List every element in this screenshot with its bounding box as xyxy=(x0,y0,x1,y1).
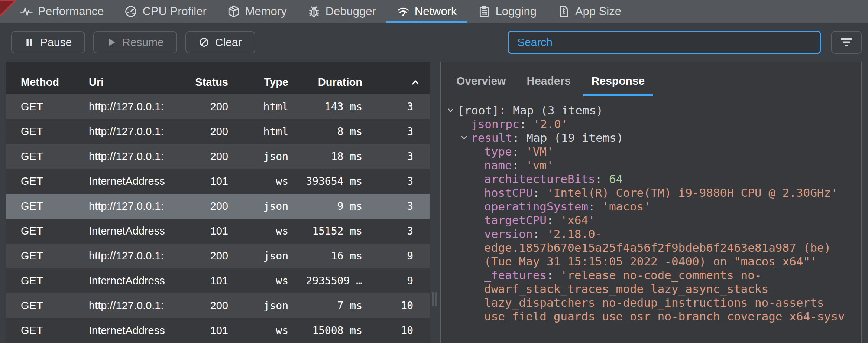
request-detail-panel: Overview Headers Response [root]: Map (3… xyxy=(440,62,862,343)
json-punc: : xyxy=(533,227,547,241)
expander-caret[interactable] xyxy=(460,131,471,141)
filter-button[interactable] xyxy=(831,31,862,54)
expander-caret[interactable] xyxy=(447,104,457,114)
json-punc: : xyxy=(499,104,513,117)
tab-memory[interactable]: Memory xyxy=(217,0,297,23)
cell-duration: 15008 ms xyxy=(288,324,362,337)
debug-banner-corner xyxy=(0,0,17,17)
cell-status: 200 xyxy=(177,300,228,312)
debugger-icon xyxy=(308,5,320,18)
cell-extra: 3 xyxy=(362,150,430,163)
table-row[interactable]: GEThttp://127.0.0.1:200html143 ms3 xyxy=(6,94,430,119)
response-line: architectureBits: 64 xyxy=(447,172,858,186)
response-json-tree: [root]: Map (3 items)jsonrpc: '2.0'resul… xyxy=(441,96,861,343)
json-key: result xyxy=(471,131,512,145)
caret-spacer xyxy=(474,145,484,148)
json-key: hostCPU xyxy=(484,186,533,200)
tab-logging[interactable]: Logging xyxy=(467,0,547,23)
expander-caret-icon[interactable] xyxy=(447,107,454,114)
table-row[interactable]: GEThttp://127.0.0.1:200json7 ms10 xyxy=(6,293,430,318)
table-row[interactable]: GETInternetAddress101ws15152 ms3 xyxy=(6,219,430,244)
cell-method: GET xyxy=(6,225,71,237)
tab-performance[interactable]: Performance xyxy=(10,0,114,23)
cell-duration: 8 ms xyxy=(288,125,362,138)
cell-status: 101 xyxy=(177,275,228,287)
table-row[interactable]: GEThttp://127.0.0.1:200json18 ms3 xyxy=(6,144,430,169)
panel-splitter[interactable] xyxy=(430,62,440,343)
cell-type: json xyxy=(228,300,288,312)
cell-extra: 9 xyxy=(362,250,430,262)
json-str: 'macos' xyxy=(602,200,651,213)
resume-button[interactable]: Resume xyxy=(93,31,177,53)
cell-extra: 9 xyxy=(362,275,430,287)
response-line: operatingSystem: 'macos' xyxy=(447,200,858,213)
cell-type: ws xyxy=(228,225,288,237)
memory-icon xyxy=(227,5,240,18)
response-line: lazy_dispatchers no-dedup_instructions n… xyxy=(447,296,858,310)
column-header-duration[interactable]: Duration xyxy=(288,76,362,88)
tab-cpu-profiler[interactable]: CPU Profiler xyxy=(114,0,217,23)
response-line: targetCPU: 'x64' xyxy=(447,213,858,227)
column-header-method[interactable]: Method xyxy=(6,76,71,88)
column-header-type[interactable]: Type xyxy=(228,76,288,88)
json-str: use_field_guards use_osr no-branch_cover… xyxy=(484,310,845,323)
cell-extra: 10 xyxy=(362,300,430,312)
json-punc: : xyxy=(547,213,560,227)
clear-button[interactable]: Clear xyxy=(185,31,255,53)
table-row[interactable]: GEThttp://127.0.0.1:200json9 ms3 xyxy=(6,194,430,219)
response-line: use_field_guards use_osr no-branch_cover… xyxy=(447,310,858,323)
network-icon xyxy=(397,5,409,18)
requests-table: Method Uri Status Type Duration GEThttp:… xyxy=(6,62,430,343)
cell-type: json xyxy=(228,150,288,163)
caret-spacer xyxy=(474,282,484,285)
json-str: edge.1857b670e15a25f4a56f2f9bdeb6f2463e8… xyxy=(484,241,831,255)
cell-method: GET xyxy=(6,200,71,212)
tab-headers[interactable]: Headers xyxy=(516,72,581,96)
cell-duration: 16 ms xyxy=(288,250,362,262)
column-header-sort[interactable] xyxy=(362,76,430,88)
cell-status: 200 xyxy=(177,200,228,212)
search-input[interactable] xyxy=(508,31,821,54)
detail-tabs: Overview Headers Response xyxy=(441,62,861,96)
json-str: dwarf_stack_traces_mode lazy_async_stack… xyxy=(484,282,768,296)
tab-network[interactable]: Network xyxy=(386,0,467,23)
json-key: targetCPU xyxy=(484,213,547,227)
cell-uri: InternetAddress xyxy=(71,175,177,187)
response-line: result: Map (19 items) xyxy=(447,131,858,145)
table-row[interactable]: GETInternetAddress101ws393654 ms3 xyxy=(6,169,430,194)
tab-label: Debugger xyxy=(326,5,376,18)
json-key: name xyxy=(484,159,512,172)
performance-icon xyxy=(20,5,33,18)
pause-button[interactable]: Pause xyxy=(11,31,85,53)
tab-label: Performance xyxy=(38,5,104,18)
cell-status: 200 xyxy=(177,150,228,163)
table-row[interactable]: GETInternetAddress101ws15008 ms10 xyxy=(6,318,430,343)
response-line: (Tue May 31 15:15:05 2022 -0400) on "mac… xyxy=(447,255,858,268)
column-header-status[interactable]: Status xyxy=(177,76,228,88)
tab-overview[interactable]: Overview xyxy=(446,72,516,96)
table-row[interactable]: GETInternetAddress101ws2935509 …9 xyxy=(6,268,430,293)
json-punc: : xyxy=(547,268,560,282)
resume-label: Resume xyxy=(122,36,164,49)
caret-spacer xyxy=(474,186,484,189)
tab-app-size[interactable]: App Size xyxy=(547,0,632,23)
json-key: operatingSystem xyxy=(484,200,588,213)
cell-duration: 143 ms xyxy=(288,101,362,113)
caret-spacer xyxy=(474,213,484,216)
tab-response[interactable]: Response xyxy=(581,72,655,96)
json-punc: : xyxy=(512,145,526,159)
table-header-row: Method Uri Status Type Duration xyxy=(6,62,430,94)
column-header-uri[interactable]: Uri xyxy=(71,76,177,88)
resume-icon xyxy=(107,37,116,47)
json-punc: : xyxy=(588,200,602,213)
top-nav-bar: Performance CPU Profiler Memory Debugger… xyxy=(0,0,868,23)
tab-debugger[interactable]: Debugger xyxy=(297,0,386,23)
table-row[interactable]: GEThttp://127.0.0.1:200json16 ms9 xyxy=(6,244,430,268)
json-str: 'release no-code_comments no- xyxy=(560,268,761,282)
caret-spacer xyxy=(474,159,484,161)
json-key: architectureBits xyxy=(484,172,595,186)
splitter-grip-icon[interactable] xyxy=(432,292,437,306)
json-plain: [root] xyxy=(457,104,499,117)
table-row[interactable]: GEThttp://127.0.0.1:200html8 ms3 xyxy=(6,119,430,144)
expander-caret-icon[interactable] xyxy=(460,134,468,141)
